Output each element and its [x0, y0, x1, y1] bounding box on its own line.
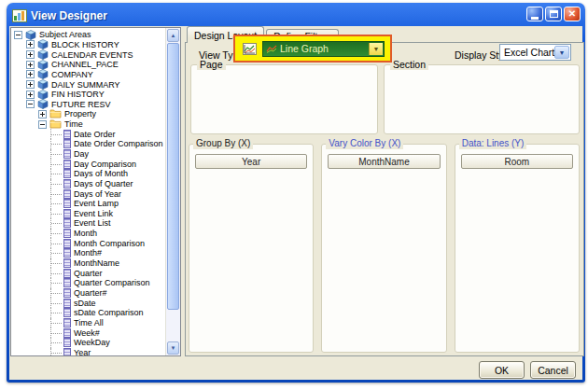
tree-item[interactable]: Date Order — [11, 129, 165, 139]
view-type-dropdown-arrow-icon[interactable]: ▼ — [369, 43, 383, 55]
column-icon — [63, 348, 71, 355]
view-type-highlight: Line Graph ▼ — [233, 35, 392, 63]
display-style-dropdown-arrow-icon[interactable]: ▼ — [554, 46, 569, 59]
tree-item[interactable]: Quarter# — [11, 288, 165, 299]
cube-icon — [37, 79, 49, 90]
tree-item-label: Days of Year — [74, 189, 121, 199]
axis-dropzone[interactable]: Vary Color By (X)MonthName — [321, 144, 446, 353]
scrollbar-thumb[interactable] — [167, 43, 179, 310]
tree-item[interactable]: Month# — [11, 248, 165, 258]
minimize-button[interactable] — [526, 7, 543, 21]
expand-toggle[interactable] — [26, 91, 35, 99]
axis-dropzone[interactable]: Data: Lines (Y)Room — [455, 144, 580, 353]
axis-field-button[interactable]: Room — [461, 154, 573, 169]
collapse-toggle[interactable] — [38, 120, 47, 129]
column-icon — [63, 239, 71, 248]
tree-item[interactable]: Event Lamp — [11, 199, 165, 209]
tree-item[interactable]: Day — [11, 149, 165, 160]
tree-item-label: Date Order Comparison — [74, 139, 163, 148]
cube-icon — [37, 99, 49, 109]
expand-toggle[interactable] — [26, 40, 35, 49]
titlebar[interactable]: View Designer ✕ — [7, 3, 585, 26]
column-icon — [63, 288, 71, 298]
maximize-button[interactable] — [545, 7, 562, 21]
tree-item-label: COMPANY — [51, 70, 93, 79]
tree-item-label: Time — [64, 119, 83, 129]
tree-item-label: Property — [64, 109, 96, 118]
collapse-toggle[interactable] — [26, 100, 35, 108]
column-icon — [63, 269, 71, 278]
expand-toggle[interactable] — [38, 110, 47, 118]
tree-scrollbar[interactable]: ▲ ▼ — [165, 28, 180, 355]
tree-item[interactable]: CALENDAR EVENTS — [11, 49, 165, 60]
tree-connector — [50, 278, 62, 288]
tree-item[interactable]: sDate — [11, 298, 165, 308]
tree-item[interactable]: Quarter Comparison — [11, 278, 165, 288]
tree-connector — [50, 159, 62, 169]
tree-item[interactable]: MonthName — [11, 258, 165, 269]
display-style-select[interactable]: Excel Chart ▼ — [499, 44, 571, 61]
tree-item[interactable]: Quarter — [11, 268, 165, 278]
axis-field-button[interactable]: MonthName — [328, 154, 440, 169]
folder-icon — [49, 119, 62, 129]
tree-item[interactable]: FUTURE RESV — [11, 99, 165, 109]
tree-item-label: Month# — [74, 248, 102, 258]
cube-icon — [37, 90, 49, 100]
expand-toggle[interactable] — [26, 50, 35, 59]
tree-connector — [50, 338, 62, 348]
expand-toggle[interactable] — [26, 80, 35, 89]
tree-connector — [50, 327, 62, 338]
view-designer-dialog: View Designer ✕ Subject AreasBLOCK HISTO… — [7, 3, 585, 383]
tree-item[interactable]: WeekDay — [11, 338, 165, 348]
cancel-button[interactable]: Cancel — [530, 361, 576, 379]
axis-field-button[interactable]: Year — [195, 154, 307, 169]
column-icon — [63, 338, 71, 347]
cube-icon — [37, 60, 49, 70]
subject-areas-tree-panel: Subject AreasBLOCK HISTORYCALENDAR EVENT… — [10, 27, 181, 356]
close-button[interactable]: ✕ — [564, 7, 581, 21]
tree-item-label: Day Comparison — [74, 160, 136, 169]
tree-item-label: Quarter# — [74, 288, 107, 298]
section-dropzone[interactable]: Section — [384, 64, 580, 134]
tree-item[interactable]: BLOCK HISTORY — [11, 40, 165, 50]
tree-item[interactable]: FIN HISTORY — [11, 90, 165, 100]
tree-item[interactable]: COMPANY — [11, 70, 165, 80]
tree-item[interactable]: Event Link — [11, 209, 165, 219]
tree-item[interactable]: Event List — [11, 218, 165, 229]
tree-item[interactable]: Month — [11, 229, 165, 239]
tree-item[interactable]: Month Comparison — [11, 238, 165, 248]
tree-item[interactable]: Days of Year — [11, 188, 165, 199]
column-icon — [63, 299, 71, 308]
tree-item[interactable]: Date Order Comparison — [11, 139, 165, 149]
tree-item[interactable]: Days of Quarter — [11, 179, 165, 189]
view-type-select[interactable]: Line Graph ▼ — [262, 41, 385, 57]
axis-dropzone[interactable]: Group By (X)Year — [189, 144, 314, 353]
tree-item[interactable]: Subject Areas — [11, 30, 165, 40]
cube-icon — [25, 30, 36, 40]
tree-item[interactable]: Days of Month — [11, 169, 165, 179]
tree-connector — [50, 348, 62, 356]
column-icon — [63, 139, 71, 148]
dialog-client-area: Subject AreasBLOCK HISTORYCALENDAR EVENT… — [9, 26, 582, 380]
tree-item-label: sDate Comparison — [74, 308, 144, 317]
ok-button[interactable]: OK — [479, 361, 525, 379]
column-icon — [63, 179, 71, 188]
tree-item[interactable]: Time — [11, 119, 165, 130]
expand-toggle[interactable] — [26, 70, 35, 78]
tree-connector — [50, 288, 62, 299]
scroll-down-button[interactable]: ▼ — [167, 341, 179, 355]
tree-item[interactable]: Day Comparison — [11, 159, 165, 169]
page-dropzone[interactable]: Page — [190, 64, 378, 134]
tree-item-label: CHANNEL_PACE — [51, 60, 119, 69]
tree-item[interactable]: sDate Comparison — [11, 308, 165, 318]
tree-item[interactable]: Week# — [11, 327, 165, 338]
scroll-up-button[interactable]: ▲ — [167, 29, 179, 42]
tree-item[interactable]: Year — [11, 348, 165, 356]
expand-toggle[interactable] — [26, 61, 35, 69]
tree-item[interactable]: Property — [11, 109, 165, 119]
collapse-toggle[interactable] — [14, 31, 22, 39]
tree-item[interactable]: DAILY SUMMARY — [11, 79, 165, 90]
tree-item[interactable]: CHANNEL_PACE — [11, 60, 165, 70]
tree-item[interactable]: Time All — [11, 318, 165, 328]
tree-connector — [50, 209, 62, 219]
